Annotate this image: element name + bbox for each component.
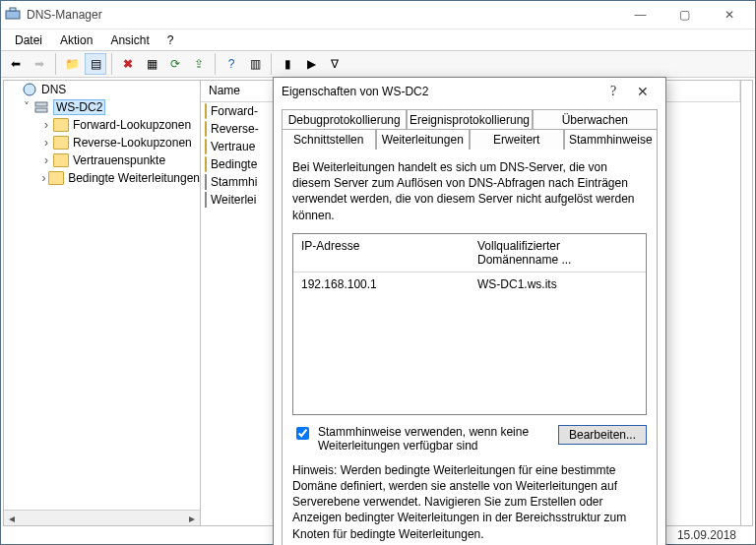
action-a-button[interactable]: ▥ bbox=[244, 53, 266, 75]
forwarder-ip: 192.168.100.1 bbox=[293, 272, 470, 296]
tree-server-node[interactable]: ˅ WS-DC2 bbox=[4, 98, 200, 116]
col-ip[interactable]: IP-Adresse bbox=[293, 234, 470, 272]
pane-icon: ▤ bbox=[91, 57, 101, 71]
forwarder-row[interactable]: 192.168.100.1 WS-DC1.ws.its bbox=[293, 272, 646, 296]
stop-icon: ▮ bbox=[284, 57, 291, 71]
svg-point-2 bbox=[24, 84, 35, 95]
chevron-down-icon[interactable]: ˅ bbox=[20, 100, 33, 114]
delete-button[interactable]: ✖ bbox=[117, 53, 139, 75]
page-icon bbox=[205, 193, 207, 207]
tree-child-label: Reverse-Lookupzonen bbox=[73, 136, 192, 150]
tab-advanced[interactable]: Erweitert bbox=[470, 129, 564, 150]
tree-hscroll[interactable]: ◂ ▸ bbox=[4, 510, 200, 525]
svg-rect-3 bbox=[35, 102, 47, 106]
tree-child-fwd[interactable]: › Forward-Lookupzonen bbox=[4, 116, 200, 134]
close-button[interactable]: ✕ bbox=[707, 3, 751, 27]
bg-date: 15.09.2018 bbox=[677, 528, 736, 542]
chevron-right-icon[interactable]: › bbox=[39, 171, 48, 185]
up-button[interactable]: 📁 bbox=[61, 53, 83, 75]
toolbar-sep bbox=[55, 53, 56, 75]
stop-button[interactable]: ▮ bbox=[277, 53, 298, 75]
folder-icon bbox=[53, 135, 69, 151]
actions-pane-sliver bbox=[740, 81, 752, 525]
tab-panel-forwarders: Bei Weiterleitungen handelt es sich um D… bbox=[282, 149, 658, 545]
play-icon: ▶ bbox=[307, 57, 316, 71]
menu-bar: Datei Aktion Ansicht ? bbox=[1, 29, 755, 50]
forwarders-description: Bei Weiterleitungen handelt es sich um D… bbox=[292, 159, 647, 223]
scroll-left-icon[interactable]: ◂ bbox=[4, 511, 20, 526]
dialog-help-button[interactable]: ? bbox=[598, 84, 628, 99]
toolbar-sep-2 bbox=[111, 53, 112, 75]
nav-back-button[interactable]: ⬅ bbox=[5, 53, 27, 75]
properties-dialog: Eigenschaften von WS-DC2 ? ✕ Debugprotok… bbox=[273, 77, 666, 545]
forwarders-header[interactable]: IP-Adresse Vollqualifizierter Domänennam… bbox=[293, 234, 646, 272]
col-fqdn[interactable]: Vollqualifizierter Domänenname ... bbox=[470, 234, 646, 272]
folder-icon bbox=[205, 157, 207, 171]
tab-event[interactable]: Ereignisprotokollierung bbox=[407, 109, 532, 130]
forwarders-listview[interactable]: IP-Adresse Vollqualifizierter Domänennam… bbox=[292, 233, 647, 415]
toolbar-sep-3 bbox=[215, 53, 216, 75]
tree-server-label: WS-DC2 bbox=[53, 99, 105, 115]
help-button[interactable]: ? bbox=[220, 53, 242, 75]
show-tree-button[interactable]: ▤ bbox=[85, 53, 106, 75]
dialog-title: Eigenschaften von WS-DC2 bbox=[282, 85, 598, 98]
chevron-right-icon[interactable]: › bbox=[39, 118, 53, 132]
filter-button[interactable]: ∇ bbox=[324, 53, 346, 75]
window-title: DNS-Manager bbox=[27, 8, 618, 22]
tree-child-cond[interactable]: › Bedingte Weiterleitungen bbox=[4, 169, 200, 187]
tab-debug[interactable]: Debugprotokollierung bbox=[282, 109, 407, 130]
folder-icon bbox=[53, 152, 69, 168]
properties-button[interactable]: ▦ bbox=[141, 53, 162, 75]
refresh-button[interactable]: ⟳ bbox=[164, 53, 186, 75]
folder-up-icon: 📁 bbox=[65, 57, 80, 71]
dialog-title-bar[interactable]: Eigenschaften von WS-DC2 ? ✕ bbox=[274, 78, 665, 105]
arrow-left-icon: ⬅ bbox=[11, 57, 21, 71]
delete-icon: ✖ bbox=[123, 57, 133, 71]
list-item-label: Vertraue bbox=[211, 140, 255, 153]
export-icon: ⇪ bbox=[194, 57, 204, 71]
folder-icon bbox=[205, 104, 207, 118]
server-icon bbox=[33, 99, 49, 115]
tree-pane[interactable]: DNS ˅ WS-DC2 › Forward-Lookupzonen › Rev… bbox=[4, 81, 201, 525]
title-bar: DNS-Manager — ▢ ✕ bbox=[1, 1, 755, 29]
use-roothints-label[interactable]: Stammhinweise verwenden, wenn keine Weit… bbox=[318, 425, 544, 453]
toolbar-sep-4 bbox=[271, 53, 272, 75]
menu-action[interactable]: Aktion bbox=[52, 31, 100, 49]
menu-view[interactable]: Ansicht bbox=[102, 31, 157, 49]
maximize-button[interactable]: ▢ bbox=[662, 3, 707, 27]
menu-help[interactable]: ? bbox=[159, 31, 182, 49]
arrow-right-icon: ➡ bbox=[34, 57, 44, 71]
toolbar: ⬅ ➡ 📁 ▤ ✖ ▦ ⟳ ⇪ ? ▥ ▮ ▶ ∇ bbox=[1, 50, 755, 78]
dialog-close-button[interactable]: ✕ bbox=[628, 84, 658, 100]
forwarder-fqdn: WS-DC1.ws.its bbox=[470, 272, 646, 296]
chevron-right-icon[interactable]: › bbox=[39, 153, 53, 167]
menu-file[interactable]: Datei bbox=[7, 31, 50, 49]
svg-rect-4 bbox=[35, 108, 47, 112]
list-item-label: Weiterlei bbox=[211, 193, 256, 207]
tree-root-dns[interactable]: DNS bbox=[4, 81, 200, 98]
tab-roothints[interactable]: Stammhinweise bbox=[564, 129, 659, 150]
tab-forwarders[interactable]: Weiterleitungen bbox=[376, 129, 471, 150]
tree-child-rev[interactable]: › Reverse-Lookupzonen bbox=[4, 134, 200, 151]
tree-child-trust[interactable]: › Vertrauenspunkte bbox=[4, 151, 200, 169]
tab-monitor[interactable]: Überwachen bbox=[533, 109, 658, 130]
doc-icon: ▥ bbox=[250, 57, 261, 71]
svg-rect-0 bbox=[6, 11, 20, 19]
export-button[interactable]: ⇪ bbox=[188, 53, 210, 75]
chevron-right-icon[interactable]: › bbox=[39, 136, 53, 150]
list-item-label: Stammhi bbox=[211, 175, 257, 189]
edit-forwarders-button[interactable]: Bearbeiten... bbox=[558, 425, 647, 445]
help-icon: ? bbox=[228, 57, 235, 71]
start-button[interactable]: ▶ bbox=[300, 53, 322, 75]
properties-icon: ▦ bbox=[147, 57, 158, 71]
minimize-button[interactable]: — bbox=[618, 3, 662, 27]
tab-interfaces[interactable]: Schnittstellen bbox=[282, 129, 376, 150]
nav-forward-button[interactable]: ➡ bbox=[29, 53, 50, 75]
filter-icon: ∇ bbox=[331, 57, 339, 71]
scroll-right-icon[interactable]: ▸ bbox=[184, 511, 200, 526]
folder-icon bbox=[53, 117, 69, 133]
list-item-label: Forward- bbox=[211, 104, 258, 118]
list-item-label: Reverse- bbox=[211, 122, 259, 136]
forwarders-hint: Hinweis: Werden bedingte Weiterleitungen… bbox=[292, 462, 647, 542]
use-roothints-checkbox[interactable] bbox=[296, 427, 309, 440]
